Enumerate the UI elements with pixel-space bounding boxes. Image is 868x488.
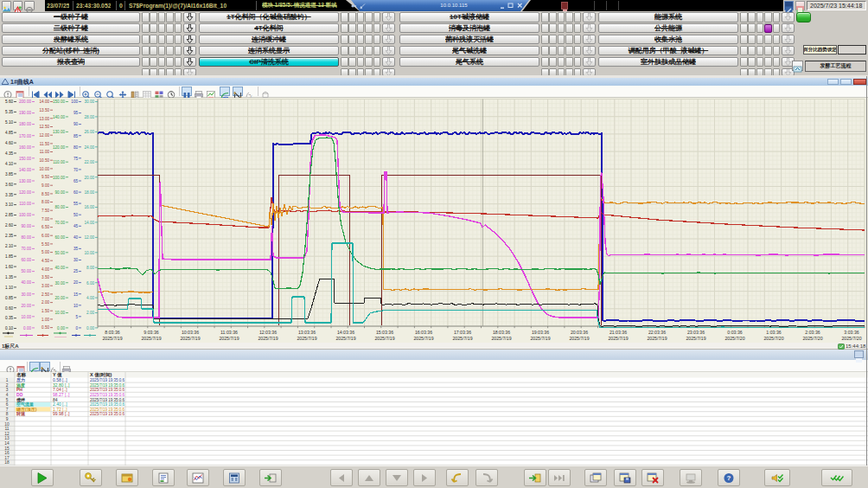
svg-text:60.00: 60.00	[22, 258, 32, 262]
svg-text:13.50: 13.50	[40, 108, 50, 112]
svg-text:12.00: 12.00	[40, 133, 50, 138]
svg-text:5.60: 5.60	[5, 100, 13, 104]
svg-text:11:03:36: 11:03:36	[220, 330, 238, 335]
svg-text:18.00: 18.00	[85, 190, 95, 195]
svg-text:160.00: 160.00	[19, 145, 31, 150]
svg-text:0.35: 0.35	[5, 316, 13, 320]
svg-text:0.85: 0.85	[5, 296, 13, 300]
svg-text:2025/7/19 19:35:0.6: 2025/7/19 19:35:0.6	[90, 398, 125, 402]
svg-text:4.10: 4.10	[5, 162, 13, 166]
svg-text:95: 95	[73, 111, 79, 115]
svg-text:85: 85	[73, 134, 79, 138]
svg-text:2025/7/20: 2025/7/20	[802, 336, 822, 341]
svg-text:4.00: 4.00	[41, 267, 49, 272]
svg-text:1:03:36: 1:03:36	[766, 330, 781, 335]
svg-text:20: 20	[73, 280, 79, 285]
svg-text:2025/7/20: 2025/7/20	[841, 336, 861, 341]
svg-text:200.00: 200.00	[19, 100, 31, 104]
svg-text:9.50: 9.50	[41, 175, 49, 179]
svg-text:3.00: 3.00	[41, 284, 49, 288]
svg-text:2025/7/19: 2025/7/19	[141, 336, 161, 341]
svg-text:0.50: 0.50	[41, 325, 49, 330]
svg-text:23:03:36: 23:03:36	[687, 330, 705, 335]
svg-text:14.00: 14.00	[40, 100, 50, 104]
svg-text:2025/7/19: 2025/7/19	[530, 336, 550, 341]
svg-text:2025/7/19: 2025/7/19	[297, 336, 316, 341]
svg-text:20.00: 20.00	[55, 296, 66, 300]
svg-text:4.60: 4.60	[5, 141, 13, 145]
svg-text:2025/7/19 19:35:0.6: 2025/7/19 19:35:0.6	[90, 393, 125, 397]
svg-text:100.00: 100.00	[53, 176, 65, 180]
svg-text:50: 50	[73, 213, 79, 217]
svg-text:0.00: 0.00	[86, 326, 94, 331]
svg-text:22.00: 22.00	[85, 160, 95, 164]
svg-text:18: 18	[4, 460, 10, 465]
svg-text:1.10: 1.10	[5, 286, 13, 290]
svg-text:8.50: 8.50	[41, 192, 49, 196]
svg-text:30.00: 30.00	[55, 281, 66, 286]
svg-text:1.50: 1.50	[41, 309, 49, 313]
svg-text:6: 6	[6, 402, 9, 407]
svg-text:14: 14	[4, 441, 10, 446]
svg-text:0:03:36: 0:03:36	[727, 330, 742, 335]
svg-text:90.00: 90.00	[55, 190, 66, 195]
svg-text:2025/7/19: 2025/7/19	[219, 336, 239, 341]
svg-text:70.00: 70.00	[22, 247, 32, 251]
svg-text:60: 60	[73, 190, 79, 195]
svg-text:0.10: 0.10	[5, 326, 13, 331]
svg-text:转速: 转速	[16, 411, 26, 416]
svg-text:10: 10	[4, 422, 10, 427]
svg-text:20.00: 20.00	[85, 176, 95, 180]
svg-text:2025/7/19: 2025/7/19	[686, 336, 705, 341]
svg-text:15: 15	[73, 292, 79, 297]
svg-text:99.98 [..]: 99.98 [..]	[53, 411, 70, 416]
svg-text:100.00: 100.00	[19, 213, 31, 217]
svg-text:13: 13	[4, 436, 10, 440]
svg-text:2.35: 2.35	[5, 234, 13, 238]
svg-text:10.50: 10.50	[40, 158, 50, 163]
svg-text:16.00: 16.00	[85, 205, 95, 209]
svg-text:1.85: 1.85	[5, 254, 13, 259]
svg-text:18:03:36: 18:03:36	[493, 330, 510, 335]
svg-text:2025/7/19 19:35:0.6: 2025/7/19 19:35:0.6	[90, 383, 125, 388]
svg-text:0.60: 0.60	[5, 306, 13, 311]
svg-text:5.35: 5.35	[5, 110, 13, 114]
svg-text:0: 0	[75, 326, 78, 331]
svg-text:5.00: 5.00	[41, 250, 49, 254]
svg-text:2025/7/19: 2025/7/19	[608, 336, 628, 341]
svg-text:3.85: 3.85	[5, 172, 13, 177]
svg-text:4.85: 4.85	[5, 131, 13, 135]
svg-text:50.00: 50.00	[55, 251, 66, 255]
svg-text:11.50: 11.50	[40, 142, 50, 146]
svg-text:60.00: 60.00	[55, 235, 66, 240]
svg-text:1.35: 1.35	[5, 275, 13, 279]
svg-text:2025/7/19 19:35:0.6: 2025/7/19 19:35:0.6	[90, 388, 125, 392]
svg-text:8: 8	[6, 412, 9, 416]
svg-text:12.00: 12.00	[85, 235, 95, 240]
svg-text:2025/7/20: 2025/7/20	[763, 336, 783, 341]
svg-text:45: 45	[73, 224, 79, 228]
svg-text:40.00: 40.00	[22, 280, 32, 285]
svg-text:3.35: 3.35	[5, 193, 13, 197]
svg-text:130.00: 130.00	[53, 130, 65, 134]
svg-text:2: 2	[6, 383, 9, 388]
svg-text:140.00: 140.00	[53, 115, 65, 119]
svg-text:15: 15	[4, 446, 10, 451]
svg-text:3.10: 3.10	[5, 202, 13, 207]
svg-text:75: 75	[73, 157, 79, 161]
svg-text:15:03:36: 15:03:36	[376, 330, 393, 335]
svg-text:8.00: 8.00	[41, 200, 49, 204]
svg-text:10.00: 10.00	[22, 315, 32, 319]
svg-text:190.00: 190.00	[19, 111, 31, 115]
svg-text:3.60: 3.60	[5, 183, 13, 187]
svg-text:30: 30	[73, 258, 79, 262]
svg-text:4.50: 4.50	[41, 259, 49, 263]
svg-text:12:03:36: 12:03:36	[259, 330, 277, 335]
svg-text:2025/7/19: 2025/7/19	[452, 336, 472, 341]
svg-text:2025/7/19: 2025/7/19	[413, 336, 433, 341]
svg-text:2.10: 2.10	[5, 244, 13, 248]
svg-text:2025/7/19: 2025/7/19	[647, 336, 667, 341]
svg-text:30.00: 30.00	[22, 292, 32, 297]
svg-text:80.00: 80.00	[22, 235, 32, 240]
svg-text:17:03:36: 17:03:36	[454, 330, 471, 335]
